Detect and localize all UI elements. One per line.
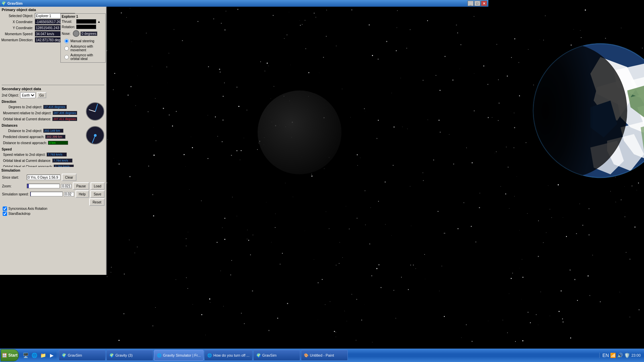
since-start-input[interactable]: [27, 175, 60, 180]
momentum-dir-label: Momentum Direction:: [1, 38, 35, 42]
orbital-value: 207.411 degrees: [52, 117, 77, 121]
explorer-title: Explorer 1: [62, 15, 104, 18]
degrees-row: Degrees to 2nd object: 17.415 degrees: [2, 104, 86, 110]
degrees-value: 17.415 degrees: [43, 105, 67, 109]
thrust-row: Thrust: ▲: [62, 19, 104, 24]
maximize-button[interactable]: □: [474, 1, 480, 6]
speed-2nd-label: Speed relative to 2nd object:: [3, 153, 47, 157]
dist-2nd-row: Distance to 2nd object: 202.149 km: [2, 128, 86, 134]
earth-svg: [530, 40, 644, 181]
system-tray: EN 📶 🔊 🛡️ 23:00: [599, 353, 643, 358]
compass-needle-blue: [95, 104, 98, 112]
media-player-button[interactable]: ▶: [48, 351, 56, 359]
stars-backdrop-checkbox[interactable]: [3, 212, 7, 216]
taskbar-label-1: Gravity (3): [115, 353, 132, 357]
since-start-label: Since start:: [2, 176, 25, 179]
left-panel: Primary object data Selected Object: X C…: [0, 7, 107, 275]
orbital-current-value: 7.784 km/s: [52, 159, 72, 163]
autosynco-movement-radio[interactable]: [64, 46, 69, 51]
save-button[interactable]: Save: [90, 190, 105, 198]
go-button[interactable]: Go: [37, 92, 46, 98]
dist-closest-value: 0 km: [48, 141, 68, 145]
thrust-spin[interactable]: ▲: [97, 20, 101, 23]
taskbar-item-paint[interactable]: 🎨 Untitled - Paint: [301, 350, 348, 361]
y-coord-label: Y Coordinate:: [1, 26, 35, 30]
sim-buttons-row: Zoom: 0.021 Pause Load: [1, 182, 105, 190]
distances-dot: [94, 134, 97, 137]
explorer-section: Explorer 1 Thrust: ▲ Rotation: Nose: 0 d…: [60, 13, 106, 63]
taskbar-icon-2: 🌐: [157, 353, 162, 358]
sync-axis-row: Syncronious Axis Rotation: [1, 206, 105, 211]
titlebar-left: 🌍 GravSim: [1, 1, 22, 6]
manual-steering-label: Manual steering: [70, 39, 94, 43]
autosynco-movement-label: Autosynco with movement: [70, 45, 102, 52]
quick-launch: 🖥️ 🌐 📁 ▶: [20, 351, 57, 359]
direction-compass: [86, 102, 104, 121]
taskbar-item-how-to[interactable]: 🌐 How do you turn off ...: [204, 350, 252, 361]
titlebar-controls: _ □ ✕: [468, 1, 487, 6]
minimize-button[interactable]: _: [468, 1, 474, 6]
taskbar-label-2: Gravity Simulator | Fr...: [163, 353, 201, 357]
direction-title: Direction: [2, 100, 86, 104]
second-object-select[interactable]: Earth Sol Luna: [20, 92, 36, 98]
reset-row: Reset: [1, 198, 105, 206]
autosynco-orbital-label: Autosynco with orbital ideal: [70, 53, 102, 61]
taskbar-label-3: How do you turn off ...: [213, 353, 249, 357]
app-icon: 🌍: [1, 1, 6, 6]
speed-2nd-value: 7.783 km/s: [47, 153, 67, 157]
autosynco-orbital-radio[interactable]: [64, 55, 69, 59]
taskbar-icon-0: 🌍: [62, 353, 66, 358]
x-coord-label: X Coordinate:: [1, 20, 35, 24]
taskbar-items: 🌍 GravSim 🌍 Gravity (3) 🌐 Gravity Simula…: [57, 350, 599, 361]
dist-closest-label: Distance to closest approach:: [3, 141, 48, 145]
help-button[interactable]: Help: [75, 190, 89, 198]
taskbar-item-gravity-sim-active[interactable]: 🌐 Gravity Simulator | Fr...: [154, 350, 204, 361]
speed-title: Speed: [2, 147, 104, 152]
rotation-bar[interactable]: [76, 24, 96, 29]
thrust-bar[interactable]: [76, 19, 96, 24]
nose-value: 0 degrees: [80, 32, 97, 36]
distances-section: Distances Distance to 2nd object: 202.14…: [0, 123, 106, 146]
autosynco-movement-row: Autosynco with movement: [62, 44, 104, 53]
taskbar: 🪟 Start 🖥️ 🌐 📁 ▶ 🌍 GravSim 🌍 Gravity (3)…: [0, 349, 644, 362]
zoom-label: Zoom:: [2, 184, 25, 188]
rotation-label: Rotation:: [62, 25, 75, 29]
clear-button[interactable]: Clear: [62, 174, 76, 181]
taskbar-item-gravity3[interactable]: 🌍 Gravity (3): [106, 350, 153, 361]
tray-security-icon[interactable]: 🛡️: [624, 353, 630, 358]
tray-lang-icon[interactable]: EN: [602, 353, 609, 358]
movement-value: 287.406 degrees: [53, 111, 77, 115]
zoom-bar: [27, 184, 29, 188]
nose-label: Nose:: [62, 32, 72, 36]
predicted-label: Predicted closest approach:: [3, 135, 45, 139]
second-object-row: 2nd Object: Earth Sol Luna Go: [0, 92, 106, 99]
ie-button[interactable]: 🌐: [30, 351, 38, 359]
start-label: Start: [8, 353, 17, 358]
show-desktop-button[interactable]: 🖥️: [21, 351, 30, 359]
tray-network-icon[interactable]: 📶: [610, 353, 616, 358]
thrust-label: Thrust:: [62, 20, 75, 23]
nose-dial[interactable]: [73, 30, 79, 37]
taskbar-label-5: Untitled - Paint: [310, 353, 334, 357]
tray-volume-icon[interactable]: 🔊: [617, 353, 623, 358]
direction-data: Direction Degrees to 2nd object: 17.415 …: [2, 100, 86, 122]
sync-axis-checkbox[interactable]: [3, 206, 7, 211]
orbital-current-row: Orbital Ideal at Current distance: 7.784…: [2, 158, 104, 164]
sim-section-title: Simulation: [1, 168, 105, 172]
explorer-button[interactable]: 📁: [39, 351, 47, 359]
manual-steering-radio[interactable]: [64, 39, 69, 43]
taskbar-item-gravsim-4[interactable]: 🌍 GravSim: [253, 350, 300, 361]
close-button[interactable]: ✕: [481, 1, 487, 6]
start-button[interactable]: 🪟 Start: [1, 349, 19, 361]
dist-2nd-label: Distance to 2nd object:: [3, 129, 43, 133]
selected-object-label: Selected Object:: [1, 14, 35, 18]
secondary-section-header: Secondary object data: [0, 86, 106, 92]
simulation-section: Simulation Since start: Clear Zoom: 0.02…: [0, 167, 107, 218]
orbital-row: Orbital Ideal at Current distance: 207.4…: [2, 116, 86, 122]
taskbar-item-gravsim-0[interactable]: 🌍 GravSim: [59, 350, 106, 361]
load-button[interactable]: Load: [91, 182, 105, 190]
pause-button[interactable]: Pause: [73, 182, 89, 190]
dist-2nd-value: 202.149 km: [43, 129, 63, 133]
titlebar: 🌍 GravSim _ □ ✕: [0, 0, 488, 7]
reset-button[interactable]: Reset: [89, 198, 105, 206]
